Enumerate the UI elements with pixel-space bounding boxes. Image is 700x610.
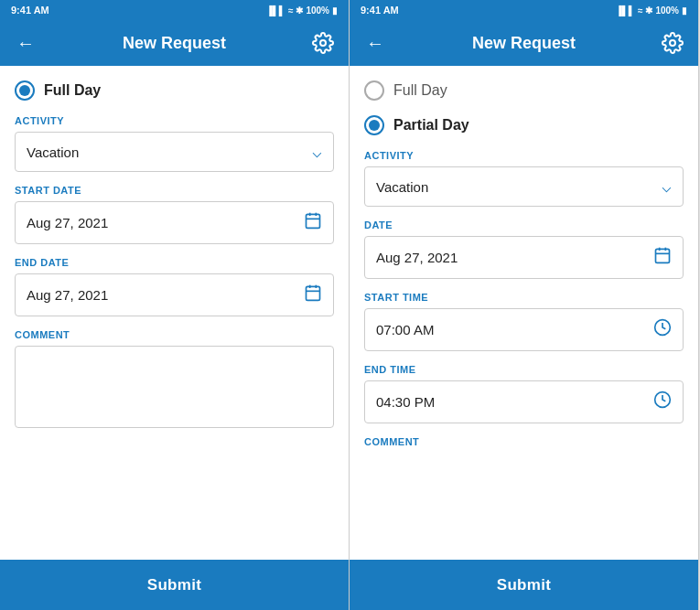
signal-icon-1: ▐▌▌ [266, 5, 285, 16]
battery-1: 100% [306, 5, 329, 16]
status-time-2: 9:41 AM [361, 5, 399, 16]
fullday-radio-row[interactable]: Full Day [15, 80, 334, 101]
svg-point-0 [320, 40, 326, 46]
content-2: Full Day Partial Day ACTIVITY Vacation ⌵… [350, 66, 698, 560]
start-time-value-2: 07:00 AM [376, 322, 434, 337]
partialday-radio-row-2[interactable]: Partial Day [364, 115, 684, 135]
bluetooth-icon-1: ✱ [296, 5, 303, 16]
end-time-value-2: 04:30 PM [376, 394, 435, 410]
chevron-down-icon-2: ⌵ [662, 177, 672, 197]
start-date-field-1[interactable]: Aug 27, 2021 [15, 201, 334, 244]
fullday-radio-2[interactable] [364, 80, 384, 101]
page-title-1: New Request [123, 34, 226, 53]
wifi-icon-2: ≈ [638, 5, 643, 16]
panel-partial-day: 9:41 AM ▐▌▌ ≈ ✱ 100% ▮ ← New Request Ful… [350, 0, 699, 610]
submit-button-2[interactable]: Submit [497, 576, 551, 594]
partialday-label-2: Partial Day [393, 117, 469, 134]
content-1: Full Day ACTIVITY Vacation ⌵ START DATE … [0, 66, 349, 560]
status-icons-2: ▐▌▌ ≈ ✱ 100% ▮ [616, 5, 687, 16]
status-bar-1: 9:41 AM ▐▌▌ ≈ ✱ 100% ▮ [0, 0, 349, 20]
app-header-1: ← New Request [0, 20, 349, 66]
status-time-1: 9:41 AM [11, 5, 49, 16]
end-date-value-1: Aug 27, 2021 [27, 287, 108, 303]
svg-rect-5 [307, 286, 320, 300]
start-time-label-2: START TIME [364, 292, 684, 303]
settings-button-1[interactable] [310, 30, 336, 56]
signal-icon-2: ▐▌▌ [616, 5, 635, 16]
activity-label-1: ACTIVITY [15, 115, 334, 126]
settings-icon-2 [662, 32, 684, 54]
partialday-radio-2[interactable] [364, 115, 384, 135]
bluetooth-icon-2: ✱ [645, 5, 652, 16]
calendar-icon-2 [653, 246, 672, 269]
end-time-label-2: END TIME [364, 364, 684, 375]
chevron-down-icon-1: ⌵ [312, 142, 322, 162]
status-icons-1: ▐▌▌ ≈ ✱ 100% ▮ [266, 5, 338, 16]
fullday-label-1: Full Day [44, 82, 101, 99]
back-button-1[interactable]: ← [13, 30, 38, 56]
battery-icon-1: ▮ [332, 5, 338, 16]
svg-rect-10 [656, 249, 670, 262]
start-date-value-1: Aug 27, 2021 [27, 215, 108, 230]
submit-bar-1: Submit [0, 560, 349, 610]
end-date-label-1: END DATE [15, 257, 334, 268]
comment-field-1[interactable] [15, 346, 334, 428]
submit-bar-2: Submit [350, 560, 698, 610]
fullday-label-2: Full Day [393, 82, 447, 99]
panel-full-day: 9:41 AM ▐▌▌ ≈ ✱ 100% ▮ ← New Request Ful… [0, 0, 350, 610]
end-date-field-1[interactable]: Aug 27, 2021 [15, 273, 334, 316]
battery-icon-2: ▮ [682, 5, 687, 16]
start-time-field-2[interactable]: 07:00 AM [364, 308, 684, 351]
page-title-2: New Request [472, 34, 576, 53]
calendar-icon-start-1 [304, 211, 322, 234]
date-field-2[interactable]: Aug 27, 2021 [364, 236, 684, 279]
date-value-2: Aug 27, 2021 [376, 250, 458, 265]
comment-label-2: COMMENT [364, 436, 684, 447]
fullday-radio-1[interactable] [15, 80, 35, 101]
fullday-radio-row-2[interactable]: Full Day [364, 80, 684, 101]
wifi-icon-1: ≈ [288, 5, 294, 16]
back-button-2[interactable]: ← [362, 30, 388, 56]
settings-icon-1 [312, 32, 334, 54]
calendar-icon-end-1 [304, 284, 322, 306]
comment-label-1: COMMENT [15, 329, 334, 340]
app-header-2: ← New Request [350, 20, 698, 66]
settings-button-2[interactable] [660, 30, 685, 56]
activity-value-2: Vacation [376, 179, 428, 195]
clock-icon-end-2 [653, 391, 672, 413]
submit-button-1[interactable]: Submit [147, 576, 201, 594]
activity-value-1: Vacation [27, 144, 79, 160]
status-bar-2: 9:41 AM ▐▌▌ ≈ ✱ 100% ▮ [350, 0, 698, 20]
svg-rect-1 [307, 214, 320, 228]
battery-2: 100% [655, 5, 679, 16]
start-date-label-1: START DATE [15, 185, 334, 196]
activity-dropdown-1[interactable]: Vacation ⌵ [15, 132, 334, 172]
end-time-field-2[interactable]: 04:30 PM [364, 380, 684, 423]
date-label-2: DATE [364, 219, 684, 230]
svg-point-9 [670, 40, 675, 46]
activity-dropdown-2[interactable]: Vacation ⌵ [364, 166, 684, 207]
activity-label-2: ACTIVITY [364, 150, 684, 161]
clock-icon-start-2 [653, 318, 672, 341]
